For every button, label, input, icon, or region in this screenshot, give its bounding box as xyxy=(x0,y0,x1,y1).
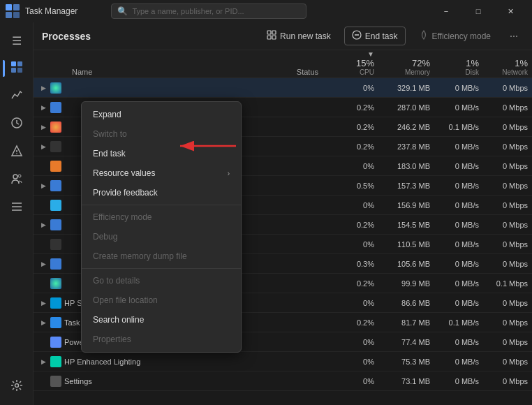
ctx-search-online[interactable]: Search online xyxy=(82,310,241,330)
expand-icon[interactable]: ▶ xyxy=(39,318,47,327)
disk-cell: 0 MB/s xyxy=(434,142,483,151)
disk-cell: 0.1 MB/s xyxy=(434,318,483,327)
sidebar-item-performance[interactable] xyxy=(4,84,29,109)
cpu-cell: 0% xyxy=(323,201,378,209)
memory-cell: 183.0 MB xyxy=(378,162,434,170)
col-header-status[interactable]: Status xyxy=(267,68,323,76)
more-button[interactable]: ⋯ xyxy=(504,27,524,46)
memory-cell: 157.3 MB xyxy=(378,182,434,190)
memory-cell: 110.5 MB xyxy=(378,240,434,249)
users-icon xyxy=(10,172,23,188)
end-task-icon xyxy=(352,30,362,42)
process-icon xyxy=(50,376,61,387)
ctx-divider-1 xyxy=(82,205,241,205)
col-header-disk[interactable]: 1% Disk xyxy=(434,58,483,76)
process-icon xyxy=(50,278,61,289)
disk-cell: 0 MB/s xyxy=(434,201,483,209)
process-icon xyxy=(50,161,61,172)
ctx-provide-feedback[interactable]: Provide feedback xyxy=(82,183,241,202)
ctx-go-details: Go to details xyxy=(82,271,241,290)
table-row[interactable]: ▶ HP Enhanced Lighting 0% 75.3 MB 0 MB/s… xyxy=(34,352,532,371)
memory-cell: 86.6 MB xyxy=(378,299,434,307)
svg-point-12 xyxy=(13,175,17,179)
memory-cell: 81.7 MB xyxy=(378,318,434,327)
process-icon xyxy=(50,219,61,230)
sidebar-item-history[interactable] xyxy=(4,112,29,137)
process-name-cell: ▶ Settings xyxy=(34,376,267,387)
cpu-cell: 0% xyxy=(323,240,378,249)
svg-rect-5 xyxy=(17,61,22,66)
end-task-button[interactable]: End task xyxy=(344,27,406,45)
minimize-button[interactable]: − xyxy=(430,0,462,22)
sidebar-item-hamburger[interactable]: ☰ xyxy=(4,28,29,53)
cpu-cell: 0% xyxy=(323,377,378,385)
svg-point-13 xyxy=(18,175,21,177)
col-header-cpu[interactable]: ▼ 15% CPU xyxy=(323,50,378,76)
ctx-expand[interactable]: Expand xyxy=(82,105,241,124)
svg-point-11 xyxy=(16,153,17,154)
svg-rect-3 xyxy=(13,12,20,18)
table-row[interactable]: ▶ Settings 0% 73.1 MB 0 MB/s 0 Mbps xyxy=(34,371,532,391)
expand-icon[interactable]: ▶ xyxy=(39,221,47,229)
disk-cell: 0 MB/s xyxy=(434,377,483,385)
expand-icon[interactable]: ▶ xyxy=(39,142,47,151)
svg-rect-0 xyxy=(6,4,12,10)
efficiency-icon xyxy=(419,30,429,42)
network-cell: 0 Mbps xyxy=(483,260,532,268)
search-bar[interactable]: 🔍 Type a name, publisher, or PID... xyxy=(111,3,306,19)
network-cell: 0 Mbps xyxy=(483,162,532,170)
cpu-cell: 0.2% xyxy=(323,142,378,151)
hamburger-icon: ☰ xyxy=(12,34,22,47)
network-cell: 0 Mbps xyxy=(483,221,532,229)
process-icon xyxy=(50,141,61,152)
disk-cell: 0 MB/s xyxy=(434,240,483,249)
run-new-task-button[interactable]: Run new task xyxy=(259,27,339,45)
col-header-network[interactable]: 1% Network xyxy=(483,58,532,76)
search-icon: 🔍 xyxy=(117,6,128,16)
ctx-end-task[interactable]: End task xyxy=(82,144,241,163)
cpu-cell: 0.2% xyxy=(323,221,378,229)
process-icon xyxy=(50,356,61,367)
expand-icon[interactable]: ▶ xyxy=(39,182,47,190)
expand-icon[interactable]: ▶ xyxy=(39,358,47,366)
process-label: HP Enhanced Lighting xyxy=(64,358,140,366)
disk-cell: 0 MB/s xyxy=(434,338,483,346)
performance-icon xyxy=(10,89,23,104)
ctx-resource-values[interactable]: Resource values › xyxy=(82,163,241,183)
memory-cell: 237.8 MB xyxy=(378,142,434,151)
svg-rect-18 xyxy=(267,31,271,34)
maximize-button[interactable]: □ xyxy=(462,0,494,22)
cpu-cell: 0% xyxy=(323,299,378,307)
sidebar-item-settings[interactable] xyxy=(4,374,29,399)
disk-cell: 0 MB/s xyxy=(434,358,483,366)
disk-cell: 0 MB/s xyxy=(434,182,483,190)
network-cell: 0 Mbps xyxy=(483,240,532,249)
expand-icon[interactable]: ▶ xyxy=(39,123,47,131)
col-header-name[interactable]: Name xyxy=(34,68,267,76)
page-title: Processes xyxy=(42,31,91,42)
cpu-cell: 0.3% xyxy=(323,260,378,268)
disk-cell: 0 MB/s xyxy=(434,279,483,288)
sidebar-item-processes[interactable] xyxy=(4,56,29,81)
expand-icon[interactable]: ▶ xyxy=(39,103,47,112)
process-icon xyxy=(50,337,61,348)
efficiency-mode-button[interactable]: Efficiency mode xyxy=(411,27,499,45)
sidebar-item-users[interactable] xyxy=(4,168,29,193)
memory-cell: 246.2 MB xyxy=(378,123,434,131)
expand-icon[interactable]: ▶ xyxy=(39,260,47,268)
sidebar-item-startup[interactable] xyxy=(4,140,29,165)
cpu-pct: 15% xyxy=(356,58,374,68)
expand-icon[interactable]: ▶ xyxy=(39,299,47,307)
ctx-efficiency-mode: Efficiency mode xyxy=(82,207,241,227)
col-header-memory[interactable]: 72% Memory xyxy=(378,58,434,76)
table-row[interactable]: ▶ 0% 329.1 MB 0 MB/s 0 Mbps xyxy=(34,78,532,98)
submenu-arrow: › xyxy=(228,170,230,177)
titlebar: Task Manager 🔍 Type a name, publisher, o… xyxy=(0,0,532,22)
network-cell: 0 Mbps xyxy=(483,299,532,307)
ctx-create-dump: Create memory dump file xyxy=(82,246,241,266)
disk-cell: 0 MB/s xyxy=(434,84,483,92)
close-button[interactable]: ✕ xyxy=(494,0,526,22)
expand-icon[interactable]: ▶ xyxy=(39,84,47,92)
sidebar-item-details[interactable] xyxy=(4,196,29,221)
ctx-switch-to: Switch to xyxy=(82,124,241,144)
